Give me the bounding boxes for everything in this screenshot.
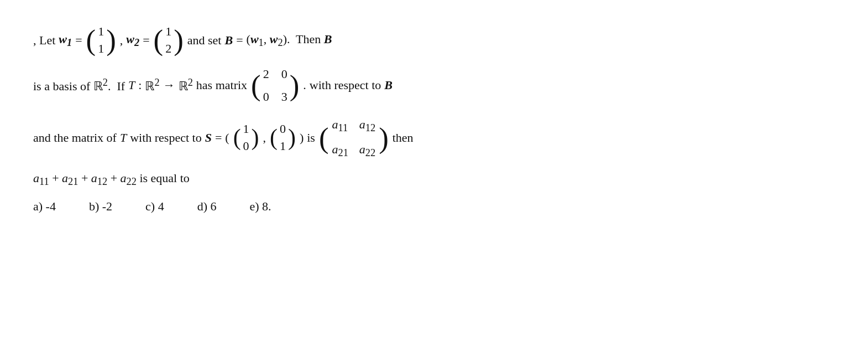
T-symbol-2: T (120, 127, 127, 149)
left-paren: ( (251, 73, 261, 98)
w1-entries: 1 1 (96, 22, 106, 59)
m12: 0 (281, 63, 287, 85)
eq3: = (236, 29, 243, 51)
m21: 0 (263, 86, 269, 108)
sv1-top: 1 (243, 121, 249, 138)
open-paren: ( (225, 127, 229, 149)
right-paren: ) (106, 28, 116, 53)
w1-vector: ( 1 1 ) (86, 22, 116, 59)
R2-codomain: ℝ2 (179, 74, 193, 97)
sv1-entries: 1 0 (241, 120, 252, 156)
and-matrix-text: and the matrix of (33, 127, 117, 149)
close-paren: ) (300, 127, 304, 149)
matrix-entries: 2 0 0 3 (261, 62, 290, 109)
choice-d: d) 6 (197, 195, 217, 218)
s-vec1: ( 1 0 ) (233, 120, 259, 156)
result-entries: a11 a12 a21 a22 (328, 112, 379, 164)
sv2-bottom: 1 (280, 138, 286, 155)
w2-bottom: 2 (165, 40, 171, 58)
sum-expression: a11 + a21 + a12 + a22 is equal to (33, 167, 190, 191)
right-paren: ) (379, 126, 389, 151)
left-paren: ( (233, 128, 241, 148)
left-paren: ( (86, 28, 96, 53)
left-paren: ( (154, 28, 164, 53)
T-symbol-1: T (128, 74, 135, 96)
comma-vecs: , (263, 127, 266, 149)
arrow: → (163, 74, 175, 96)
eq2: = (143, 29, 149, 51)
S-symbol: S (205, 127, 212, 149)
w2-symbol: w2 (126, 28, 139, 52)
w1-top: 1 (98, 23, 104, 40)
result-matrix: ( a11 a12 a21 a22 ) (319, 112, 389, 164)
a21: a21 (332, 138, 348, 162)
choice-b: b) -2 (89, 195, 112, 218)
sv1-bottom: 0 (243, 138, 249, 155)
w2-top: 1 (165, 23, 171, 40)
B-symbol-1: B (224, 29, 233, 51)
and-set-text: and set (187, 29, 222, 51)
a22: a22 (359, 138, 375, 162)
line-3: and the matrix of T with respect to S = … (33, 112, 835, 164)
matrix-2x2: ( 2 0 0 3 ) (251, 62, 299, 109)
with-respect-to-text: with respect to (310, 74, 381, 96)
then-text: then (393, 127, 414, 149)
line-2: is a basis of ℝ2. If T : ℝ2 → ℝ2 has mat… (33, 62, 835, 109)
is-basis-text: is a basis of ℝ2. If (33, 74, 125, 97)
with-respect-to-text-2: with respect to (130, 127, 202, 149)
comma1: , (120, 29, 123, 51)
R2-domain: ℝ2 (145, 74, 159, 97)
prefix-text: , Let (33, 29, 55, 51)
right-paren: ) (174, 28, 184, 53)
sv2-top: 0 (280, 121, 286, 138)
line-4: a11 + a21 + a12 + a22 is equal to (33, 167, 835, 191)
w2-entries: 1 2 (163, 22, 174, 59)
eq-s: = (215, 127, 222, 149)
choice-c: c) 4 (145, 195, 164, 218)
right-paren: ) (290, 73, 300, 98)
w1-bottom: 1 (98, 40, 104, 58)
is-text: is (307, 127, 315, 149)
math-content: , Let w1 = ( 1 1 ) , w2 = ( 1 2 ) and se… (33, 22, 835, 218)
m11: 2 (263, 63, 269, 85)
s-vec2: ( 0 1 ) (270, 120, 296, 156)
set-notation: (w1, w2). Then B (247, 28, 332, 52)
period: . (303, 74, 306, 96)
choices-line: a) -4 b) -2 c) 4 d) 6 e) 8. (33, 195, 835, 218)
line-1: , Let w1 = ( 1 1 ) , w2 = ( 1 2 ) and se… (33, 22, 835, 59)
a12: a12 (359, 113, 375, 137)
choice-a: a) -4 (33, 195, 56, 218)
colon: : (138, 74, 142, 96)
eq1: = (75, 29, 82, 51)
B-symbol-2: B (384, 74, 393, 96)
w1-symbol: w1 (59, 28, 72, 52)
choice-e: e) 8. (250, 195, 271, 218)
a11: a11 (332, 113, 348, 137)
has-matrix-text: has matrix (196, 74, 247, 96)
right-paren: ) (252, 128, 259, 148)
left-paren: ( (319, 126, 329, 151)
w2-vector: ( 1 2 ) (154, 22, 184, 59)
left-paren: ( (270, 128, 278, 148)
m22: 3 (281, 86, 287, 108)
right-paren: ) (288, 128, 296, 148)
sv2-entries: 0 1 (278, 120, 288, 156)
